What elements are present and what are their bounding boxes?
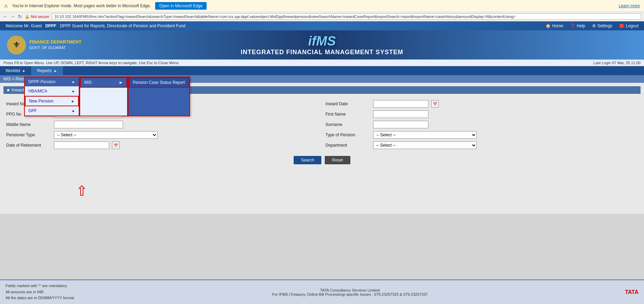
nav-bar: Worklist ► Reports ► DPPF Pension ► HBA/… xyxy=(0,66,644,75)
mis-arrow-icon: ► xyxy=(119,80,123,85)
dppf-pension-submenu: MIS ► xyxy=(79,77,128,116)
ie-mode-bar: ⚠ You're in Internet Explorer mode. Most… xyxy=(0,0,644,12)
inward-date-calendar-button[interactable]: 📅 xyxy=(431,100,439,108)
address-bar: ← → ↻ 🔓 Not secure 10.10.102.164/IFMS/if… xyxy=(0,12,644,21)
warning-icon: ⚠ xyxy=(4,3,8,8)
department-label: Department xyxy=(325,143,370,148)
worklist-nav-item[interactable]: Worklist ► xyxy=(0,66,31,75)
date-of-retirement-label: Date of Retirement xyxy=(6,143,51,148)
logout-link[interactable]: 🔴 Logout xyxy=(619,23,638,28)
back-icon[interactable]: ← xyxy=(3,14,8,19)
shortcut-bar: Press F8 to Open Menu. Use UP, DOWN, LEF… xyxy=(0,59,644,66)
url-input[interactable]: 10.10.102.164/IFMS/ifms.htm?actionFlag=i… xyxy=(52,13,641,20)
pensioner-type-select[interactable]: -- Select -- xyxy=(54,131,158,139)
right-column: Inward Date 📅 First Name Surname Type of… xyxy=(325,100,638,149)
forward-icon[interactable]: → xyxy=(10,14,15,19)
emblem-icon: ⚜ xyxy=(7,36,26,55)
section-bullet: ■ xyxy=(7,88,9,92)
welcome-text: Welcome Mr. Guest DPPF DPPF Guest for Re… xyxy=(6,23,186,28)
hba-mca-arrow-icon: ► xyxy=(72,89,75,93)
pension-case-status-report-menu-item[interactable]: Pension Case Status Report xyxy=(129,77,189,88)
ifms-title: ifMS Integrated Financial Management Sys… xyxy=(241,34,403,56)
logo-band: ⚜ FINANCE DEPARTMENT GOVT. OF GUJARAT if… xyxy=(0,30,644,59)
red-arrow-indicator: ⇧ xyxy=(76,183,88,199)
logo-text: FINANCE DEPARTMENT GOVT. OF GUJARAT xyxy=(29,39,82,51)
settings-link[interactable]: ⚙ Settings xyxy=(592,23,612,28)
surname-row: Surname xyxy=(325,121,638,128)
surname-label: Surname xyxy=(325,122,370,127)
reports-dropdown: DPPF Pension ► HBA/MCA ► New Pension ► G… xyxy=(24,77,79,116)
date-of-retirement-calendar-button[interactable]: 📅 xyxy=(112,141,120,149)
open-edge-button[interactable]: Open in Microsoft Edge xyxy=(155,2,207,10)
type-of-pension-label: Type of Pension xyxy=(325,133,370,137)
home-icon: 🏠 xyxy=(546,23,551,28)
welcome-line: Welcome Mr. Guest DPPF DPPF Guest for Re… xyxy=(6,23,186,28)
dppf-pension-menu-item[interactable]: DPPF Pension ► xyxy=(25,77,79,87)
last-login: Last Login 07 Mar, 25 11:00 xyxy=(594,61,641,65)
action-row: Search Reset xyxy=(3,156,641,164)
learn-more-link[interactable]: Learn more xyxy=(619,3,640,8)
new-pension-arrow-icon: ► xyxy=(71,99,75,103)
first-name-row: First Name xyxy=(325,110,638,118)
refresh-icon[interactable]: ↻ xyxy=(18,14,22,19)
help-icon: ❓ xyxy=(570,23,575,28)
not-secure-indicator: 🔓 Not secure xyxy=(25,14,49,19)
settings-icon: ⚙ xyxy=(592,23,596,28)
new-pension-menu-item[interactable]: New Pension ► xyxy=(25,96,79,106)
dropdown-container: DPPF Pension ► HBA/MCA ► New Pension ► G… xyxy=(24,77,190,116)
lock-icon: 🔓 xyxy=(25,14,30,19)
dppf-pension-arrow-icon: ► xyxy=(72,80,75,84)
type-of-pension-select[interactable]: -- Select -- xyxy=(373,131,477,139)
gpf-arrow-icon: ► xyxy=(72,109,75,113)
department-row: Department -- Select -- xyxy=(325,141,638,149)
middle-name-row: Middle Name xyxy=(6,121,319,128)
reports-arrow-icon: ► xyxy=(54,69,57,73)
department-select[interactable]: -- Select -- xyxy=(373,141,477,149)
logo-left: ⚜ FINANCE DEPARTMENT GOVT. OF GUJARAT xyxy=(7,36,82,55)
date-of-retirement-input[interactable] xyxy=(54,141,109,149)
pensioner-type-row: Pensioner Type -- Select -- xyxy=(6,131,319,139)
first-name-input[interactable] xyxy=(373,110,428,118)
reports-nav-item[interactable]: Reports ► xyxy=(31,66,63,75)
keyboard-hint: Press F8 to Open Menu. Use UP, DOWN, LEF… xyxy=(3,61,179,65)
date-of-retirement-row: Date of Retirement 📅 xyxy=(6,141,319,149)
pensioner-type-label: Pensioner Type xyxy=(6,133,51,137)
inward-date-label: Inward Date xyxy=(325,101,370,106)
logout-icon: 🔴 xyxy=(619,23,624,28)
reset-button[interactable]: Reset xyxy=(325,156,350,164)
header-nav: 🏠 Home ❓ Help ⚙ Settings 🔴 Logout xyxy=(546,23,638,28)
help-link[interactable]: ❓ Help xyxy=(570,23,585,28)
home-link[interactable]: 🏠 Home xyxy=(546,23,563,28)
inward-date-input[interactable] xyxy=(373,100,428,108)
worklist-arrow-icon: ► xyxy=(22,69,26,73)
hba-mca-menu-item[interactable]: HBA/MCA ► xyxy=(25,87,79,96)
surname-input[interactable] xyxy=(373,121,428,128)
not-secure-label: Not secure xyxy=(31,14,49,19)
ie-mode-message: You're in Internet Explorer mode. Most p… xyxy=(12,3,151,8)
first-name-label: First Name xyxy=(325,112,370,117)
type-of-pension-row: Type of Pension -- Select -- xyxy=(325,131,638,139)
main-header: Welcome Mr. Guest DPPF DPPF Guest for Re… xyxy=(0,21,644,30)
search-button[interactable]: Search xyxy=(294,156,321,164)
middle-name-label: Middle Name xyxy=(6,122,51,127)
gpf-menu-item[interactable]: GPF ► xyxy=(25,106,79,116)
mis-menu-item[interactable]: MIS ► xyxy=(80,77,127,88)
mis-submenu: Pension Case Status Report xyxy=(128,77,190,116)
middle-name-input[interactable] xyxy=(54,121,123,128)
inward-date-row: Inward Date 📅 xyxy=(325,100,638,108)
